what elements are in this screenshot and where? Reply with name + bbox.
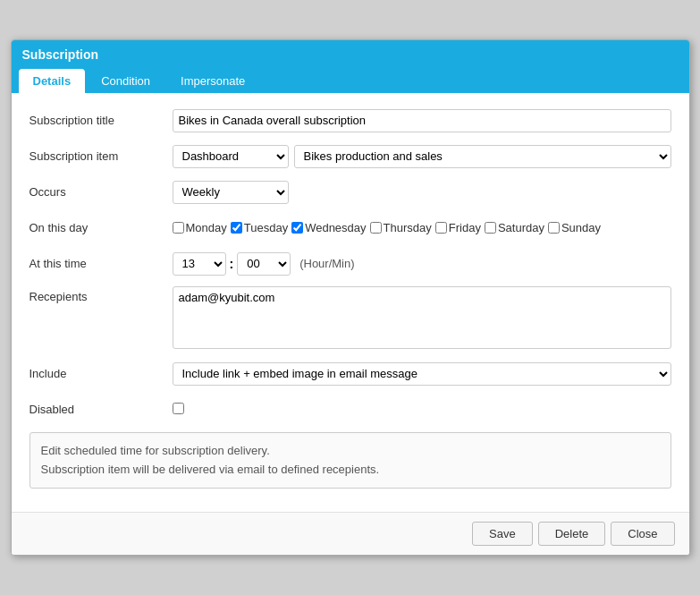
day-monday-label[interactable]: Monday xyxy=(186,221,227,234)
day-tuesday-checkbox[interactable] xyxy=(231,222,242,234)
day-wednesday-label[interactable]: Wednesday xyxy=(305,221,366,234)
time-hour-select[interactable]: 00010203 04050607 08091011 12131415 1617… xyxy=(173,252,226,276)
day-sunday: Sunday xyxy=(548,221,601,234)
info-line2: Subscription item will be delivered via … xyxy=(41,461,660,480)
delete-button[interactable]: Delete xyxy=(538,522,606,546)
day-sunday-checkbox[interactable] xyxy=(548,222,560,234)
on-this-day-row: On this day Monday Tuesday Wednesday Thu… xyxy=(30,215,671,242)
disabled-label: Disabled xyxy=(30,403,173,416)
time-control: 00010203 04050607 08091011 12131415 1617… xyxy=(173,252,671,276)
subscription-dialog: Subscription Details Condition Impersona… xyxy=(11,39,690,557)
include-select[interactable]: Include link + embed image in email mess… xyxy=(173,362,671,386)
occurs-row: Occurs Daily Weekly Monthly xyxy=(30,179,671,206)
day-friday-label[interactable]: Friday xyxy=(449,221,481,234)
recipients-textarea[interactable] xyxy=(173,286,671,349)
occurs-label: Occurs xyxy=(30,185,173,199)
include-control: Include link + embed image in email mess… xyxy=(173,362,671,386)
on-this-day-label: On this day xyxy=(30,221,173,234)
recipients-label: Recepients xyxy=(30,286,173,303)
tab-impersonate[interactable]: Impersonate xyxy=(166,69,259,93)
day-saturday: Saturday xyxy=(485,221,544,234)
day-sunday-label[interactable]: Sunday xyxy=(561,221,601,234)
occurs-select[interactable]: Daily Weekly Monthly xyxy=(173,181,289,204)
tab-bar: Details Condition Impersonate xyxy=(12,69,689,93)
subscription-item-label: Subscription item xyxy=(30,149,173,163)
time-separator: : xyxy=(230,257,234,271)
day-tuesday-label[interactable]: Tuesday xyxy=(244,221,288,234)
disabled-row: Disabled xyxy=(30,396,671,423)
recipients-row: Recepients xyxy=(30,286,671,352)
day-wednesday-checkbox[interactable] xyxy=(291,222,303,234)
day-tuesday: Tuesday xyxy=(231,221,288,234)
subscription-title-label: Subscription title xyxy=(30,114,173,127)
info-box: Edit scheduled time for subscription del… xyxy=(30,432,671,489)
day-saturday-checkbox[interactable] xyxy=(485,222,496,234)
day-monday-checkbox[interactable] xyxy=(173,222,184,234)
at-this-time-label: At this time xyxy=(30,257,173,270)
day-wednesday: Wednesday xyxy=(291,221,366,234)
disabled-checkbox[interactable] xyxy=(173,403,184,414)
day-thursday-label[interactable]: Thursday xyxy=(384,221,432,234)
occurs-control: Daily Weekly Monthly xyxy=(173,181,671,204)
time-minute-select[interactable]: 00153045 xyxy=(237,252,291,276)
subscription-item-control: Dashboard Report Bikes production and sa… xyxy=(173,145,671,168)
info-line1: Edit scheduled time for subscription del… xyxy=(41,442,660,461)
day-friday: Friday xyxy=(435,221,481,234)
recipients-control xyxy=(173,286,671,352)
save-button[interactable]: Save xyxy=(472,522,533,546)
subscription-item-name-select[interactable]: Bikes production and sales xyxy=(294,145,671,168)
time-hint: (Hour/Min) xyxy=(299,257,354,270)
include-row: Include Include link + embed image in em… xyxy=(30,361,671,387)
form-content: Subscription title Subscription item Das… xyxy=(12,93,689,513)
tab-condition[interactable]: Condition xyxy=(87,69,164,93)
day-thursday: Thursday xyxy=(370,221,432,234)
day-monday: Monday xyxy=(173,221,227,234)
dialog-title: Subscription xyxy=(12,40,689,69)
subscription-item-row: Subscription item Dashboard Report Bikes… xyxy=(30,143,671,170)
include-label: Include xyxy=(30,367,173,380)
day-saturday-label[interactable]: Saturday xyxy=(498,221,544,234)
at-this-time-row: At this time 00010203 04050607 08091011 … xyxy=(30,251,671,277)
subscription-title-control xyxy=(173,109,671,132)
dialog-footer: Save Delete Close xyxy=(12,512,689,555)
subscription-title-input[interactable] xyxy=(173,109,671,132)
close-button[interactable]: Close xyxy=(611,522,674,546)
disabled-control xyxy=(173,403,671,417)
day-friday-checkbox[interactable] xyxy=(435,222,447,234)
day-thursday-checkbox[interactable] xyxy=(370,222,382,234)
subscription-title-row: Subscription title xyxy=(30,107,671,134)
subscription-item-type-select[interactable]: Dashboard Report xyxy=(173,145,289,168)
tab-details[interactable]: Details xyxy=(19,69,86,93)
days-control: Monday Tuesday Wednesday Thursday Friday xyxy=(173,221,671,234)
